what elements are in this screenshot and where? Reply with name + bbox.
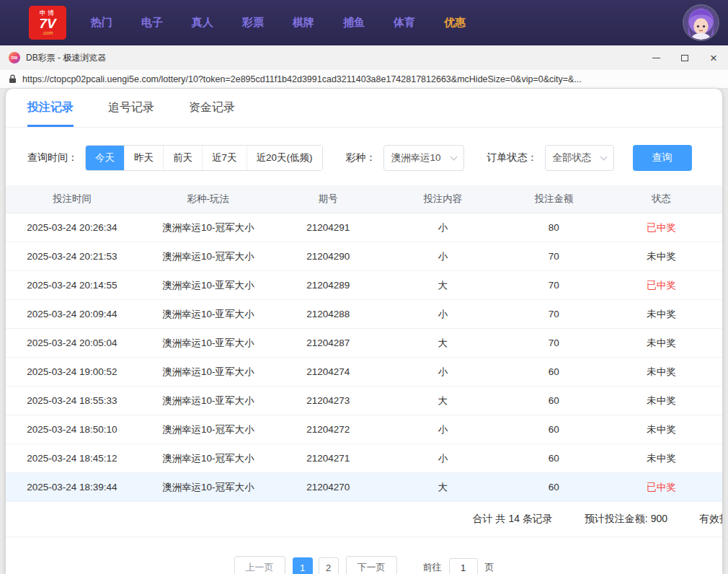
cell-content: 大 [378,271,507,300]
cell-amount: 60 [507,473,600,502]
time-filter-group: 今天昨天前天近7天近20天(低频) [85,145,323,171]
summary-valid-amount: 有效投注金额 [699,513,722,526]
col-header: 期号 [278,185,378,213]
cell-content: 小 [378,358,507,387]
minimize-icon [652,58,660,58]
cell-time: 2025-03-24 18:50:10 [6,415,138,444]
close-button[interactable]: × [699,45,728,70]
tab-fund-records[interactable]: 资金记录 [189,100,235,127]
cell-content: 大 [378,473,507,502]
nav-item-hot[interactable]: 热门 [91,16,112,30]
browser-tab-icon: DB [9,52,20,63]
lottery-type-value: 澳洲幸运10 [391,151,441,164]
cell-content: 小 [378,444,507,473]
lottery-filter-label: 彩种： [346,151,376,164]
cell-time: 2025-03-24 18:55:33 [6,387,138,415]
cell-status: 未中奖 [600,358,722,387]
chevron-down-icon [600,154,607,161]
cell-content: 小 [378,415,507,444]
col-header: 状态 [600,185,722,213]
table-row[interactable]: 2025-03-24 20:05:04澳洲幸运10-亚军大小21204287大7… [6,329,722,358]
time-filter-last20[interactable]: 近20天(低频) [247,146,322,170]
lottery-records-panel: 投注记录追号记录资金记录 查询时间： 今天昨天前天近7天近20天(低频) 彩种：… [6,89,722,574]
site-topbar: 申博 7V .com 热门电子真人彩票棋牌捕鱼体育优惠 [0,0,728,45]
cell-time: 2025-03-24 18:45:12 [6,444,138,473]
goto-page-input[interactable] [449,558,478,574]
table-row[interactable]: 2025-03-24 20:09:44澳洲幸运10-亚军大小21204288小7… [6,300,722,329]
nav-item-live[interactable]: 真人 [192,16,213,30]
lock-icon [9,74,17,84]
cell-game: 澳洲幸运10-冠军大小 [138,473,278,502]
bet-records-table: 投注时间彩种-玩法期号投注内容投注金额状态 2025-03-24 20:26:3… [6,185,722,502]
cell-content: 小 [378,242,507,271]
pagination: 上一页 12 下一页 前往 页 [6,556,722,574]
cell-status: 未中奖 [600,300,722,329]
cell-time: 2025-03-24 20:05:04 [6,329,138,358]
cell-game: 澳洲幸运10-亚军大小 [138,271,278,300]
table-row[interactable]: 2025-03-24 18:45:12澳洲幸运10-冠军大小21204271小6… [6,444,722,473]
table-row[interactable]: 2025-03-24 20:21:53澳洲幸运10-冠军大小21204290小7… [6,242,722,271]
time-filter-day-before[interactable]: 前天 [163,146,202,170]
cell-amount: 70 [507,329,600,358]
summary-estimated-amount: 预计投注金额: 900 [585,513,667,526]
user-avatar[interactable] [684,6,718,40]
goto-page-label: 前往 [423,561,442,574]
cell-status: 未中奖 [600,329,722,358]
browser-urlbar[interactable]: https://ctopcp02pcali.uengi5e.com/lotter… [0,70,728,89]
nav-item-promo[interactable]: 优惠 [444,16,466,30]
next-page-button[interactable]: 下一页 [346,556,397,574]
time-filter-yesterday[interactable]: 昨天 [124,146,163,170]
maximize-button[interactable] [670,45,699,70]
tab-bet-records[interactable]: 投注记录 [27,100,74,127]
minimize-button[interactable] [642,45,670,70]
cell-issue: 21204291 [278,213,378,242]
nav-item-lottery[interactable]: 彩票 [242,16,264,30]
table-row[interactable]: 2025-03-24 20:14:55澳洲幸运10-亚军大小21204289大7… [6,271,722,300]
status-filter-label: 订单状态： [487,151,538,164]
col-header: 投注内容 [378,185,507,213]
page-button-2[interactable]: 2 [319,557,339,574]
cell-status: 未中奖 [600,415,722,444]
search-button[interactable]: 查询 [633,145,692,171]
cell-content: 大 [378,387,507,415]
table-row[interactable]: 2025-03-24 18:55:33澳洲幸运10-亚军大小21204273大6… [6,387,722,415]
cell-game: 澳洲幸运10-亚军大小 [138,329,278,358]
cell-time: 2025-03-24 18:39:44 [6,473,138,502]
cell-game: 澳洲幸运10-冠军大小 [138,213,278,242]
cell-issue: 21204274 [278,358,378,387]
prev-page-button[interactable]: 上一页 [234,556,285,574]
time-filter-today[interactable]: 今天 [86,146,124,170]
cell-issue: 21204273 [278,387,378,415]
browser-titlebar: DB DB彩票 - 极速浏览器 × [0,45,728,70]
table-row[interactable]: 2025-03-24 18:50:10澳洲幸运10-冠军大小21204272小6… [6,415,722,444]
col-header: 彩种-玩法 [138,185,278,213]
chevron-down-icon [450,154,457,161]
nav-item-sports[interactable]: 体育 [394,16,415,30]
maximize-icon [681,55,688,61]
table-row[interactable]: 2025-03-24 20:26:34澳洲幸运10-冠军大小21204291小8… [6,213,722,242]
tab-chase-records[interactable]: 追号记录 [108,100,154,127]
col-header: 投注时间 [6,185,138,213]
cell-amount: 70 [507,242,600,271]
cell-game: 澳洲幸运10-亚军大小 [138,358,278,387]
time-filter-last7[interactable]: 近7天 [202,146,247,170]
cell-time: 2025-03-24 20:21:53 [6,242,138,271]
page-button-1[interactable]: 1 [293,557,313,574]
col-header: 投注金额 [507,185,600,213]
cell-issue: 21204272 [278,415,378,444]
table-row[interactable]: 2025-03-24 18:39:44澳洲幸运10-冠军大小21204270大6… [6,473,722,502]
order-status-select[interactable]: 全部状态 [545,145,614,171]
lottery-type-select[interactable]: 澳洲幸运10 [383,145,464,171]
nav-item-slots[interactable]: 电子 [141,16,163,30]
goto-page-suffix: 页 [485,561,494,574]
site-logo[interactable]: 申博 7V .com [29,6,66,40]
cell-amount: 80 [507,213,600,242]
address-bar-url[interactable]: https://ctopcp02pcali.uengi5e.com/lotter… [22,74,582,84]
nav-item-boardgames[interactable]: 棋牌 [293,16,314,30]
page-number-list: 12 [293,557,339,574]
cell-time: 2025-03-24 20:09:44 [6,300,138,329]
nav-item-fishing[interactable]: 捕鱼 [343,16,365,30]
cell-amount: 70 [507,271,600,300]
cell-status: 已中奖 [600,473,722,502]
table-row[interactable]: 2025-03-24 19:00:52澳洲幸运10-亚军大小21204274小6… [6,358,722,387]
